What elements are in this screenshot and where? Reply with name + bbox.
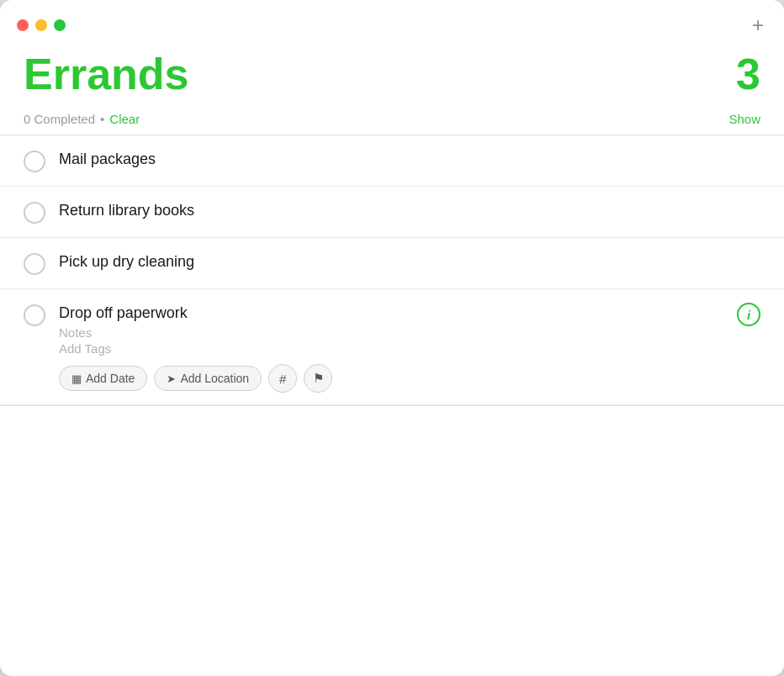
task-notes-4[interactable]: Notes [59, 325, 760, 340]
maximize-button[interactable] [54, 19, 66, 31]
location-icon: ➤ [167, 372, 176, 385]
list-header: Errands 3 [0, 42, 784, 112]
task-tags-4[interactable]: Add Tags [59, 341, 760, 356]
item-count: 3 [736, 50, 760, 98]
add-date-button[interactable]: ▦ Add Date [59, 366, 147, 391]
task-checkbox-3[interactable] [24, 253, 45, 275]
task-info-button-4[interactable]: i [737, 303, 760, 326]
calendar-icon: ▦ [72, 372, 82, 385]
task-content-2: Return library books [59, 200, 760, 221]
task-item: Return library books [0, 187, 784, 238]
app-window: + Errands 3 0 Completed • Clear Show Mai… [0, 0, 784, 676]
add-item-button[interactable]: + [752, 15, 764, 35]
traffic-lights [17, 19, 66, 31]
status-bar: 0 Completed • Clear Show [0, 112, 784, 135]
task-title-3: Pick up dry cleaning [59, 251, 760, 272]
flag-icon: ⚑ [313, 371, 324, 386]
clear-button[interactable]: Clear [109, 112, 140, 126]
tag-button[interactable]: # [268, 364, 297, 393]
close-button[interactable] [17, 19, 29, 31]
status-dot: • [100, 112, 104, 126]
task-title-1: Mail packages [59, 149, 760, 170]
minimize-button[interactable] [35, 19, 47, 31]
status-left: 0 Completed • Clear [24, 112, 140, 126]
task-title-4: Drop off paperwork [59, 303, 760, 324]
tag-icon: # [279, 372, 286, 386]
bottom-divider [0, 405, 784, 406]
info-icon: i [747, 308, 750, 322]
add-location-button[interactable]: ➤ Add Location [154, 366, 262, 391]
title-bar: + [0, 0, 784, 42]
task-checkbox-4[interactable] [24, 304, 45, 326]
flag-button[interactable]: ⚑ [304, 364, 332, 393]
task-checkbox-1[interactable] [24, 151, 45, 172]
task-item-expanded: Drop off paperwork Notes Add Tags ▦ Add … [0, 289, 784, 405]
task-actions-4: ▦ Add Date ➤ Add Location # ⚑ [59, 364, 760, 393]
task-content-3: Pick up dry cleaning [59, 251, 760, 272]
list-title: Errands [24, 50, 189, 98]
task-title-2: Return library books [59, 200, 760, 221]
task-checkbox-2[interactable] [24, 202, 45, 224]
show-button[interactable]: Show [728, 112, 760, 126]
task-content-4: Drop off paperwork Notes Add Tags ▦ Add … [59, 303, 760, 393]
add-location-label: Add Location [180, 372, 249, 385]
task-item: Pick up dry cleaning [0, 238, 784, 289]
task-item: Mail packages [0, 135, 784, 187]
task-list: Mail packages Return library books Pick … [0, 135, 784, 676]
task-content-1: Mail packages [59, 149, 760, 170]
add-date-label: Add Date [86, 372, 135, 385]
completed-count: 0 Completed [24, 112, 95, 126]
